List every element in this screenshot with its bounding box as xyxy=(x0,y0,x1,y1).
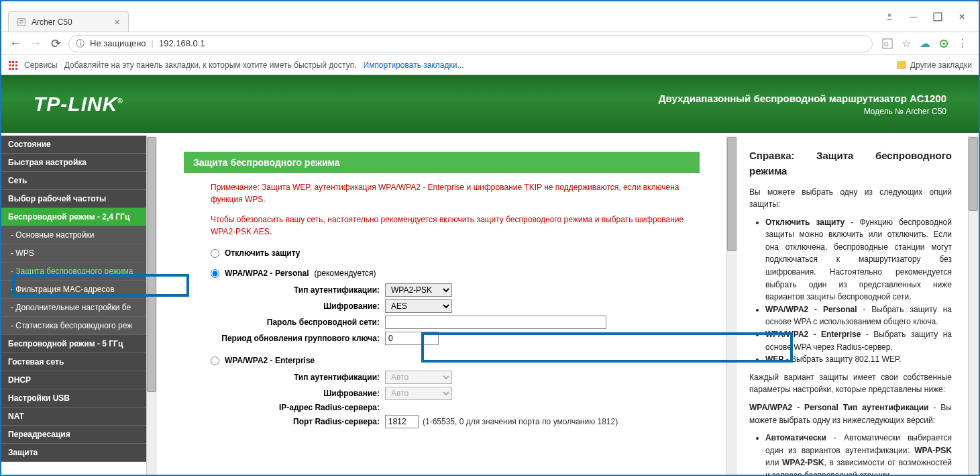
tab-close-icon[interactable]: × xyxy=(115,17,120,28)
auth2-select[interactable]: Авто xyxy=(385,371,452,384)
main-panel: Защита беспроводного режима Примечание: … xyxy=(157,136,737,475)
panel-title: Защита беспроводного режима xyxy=(184,152,700,173)
password-input[interactable] xyxy=(385,316,606,329)
sidebar-item-13[interactable]: DHCP xyxy=(1,371,146,389)
user-icon[interactable] xyxy=(885,12,894,21)
logo: TP-LINK® xyxy=(34,93,123,115)
forward-button[interactable]: → xyxy=(28,36,43,50)
radio-enterprise-label: WPA/WPA2 - Enterprise xyxy=(225,356,315,365)
svg-point-1 xyxy=(888,13,891,17)
sidebar-item-1[interactable]: Быстрая настройка xyxy=(1,154,146,172)
bookmarks-bar: Сервисы Добавляйте на эту панель закладк… xyxy=(1,55,979,75)
radio-personal-rec: (рекомендуется) xyxy=(315,269,376,278)
radio-personal-label: WPA/WPA2 - Personal xyxy=(225,269,309,278)
sidebar-scrollbar[interactable] xyxy=(146,136,157,475)
radius-ip-label: IP-адрес Radius-сервера: xyxy=(211,403,385,412)
sidebar-item-16[interactable]: Переадресация xyxy=(1,426,146,444)
back-button[interactable]: ← xyxy=(8,36,23,50)
help-item-wep: WEP - Выбрать защиту 802.11 WEP. xyxy=(765,353,952,366)
help-p3: WPA/WPA2 - Personal Тип аутентификации -… xyxy=(749,401,952,426)
sidebar-item-10[interactable]: - Статистика беспроводного реж xyxy=(1,317,146,335)
groupkey-input[interactable] xyxy=(385,332,439,345)
sidebar: СостояниеБыстрая настройкаСетьВыбор рабо… xyxy=(1,136,157,475)
help-item-personal: WPA/WPA2 - Personal - Выбрать защиту на … xyxy=(765,303,952,328)
help-item-enterprise: WPA/WPA2 - Enterprise - Выбрать защиту н… xyxy=(765,328,952,353)
groupkey-label: Период обновления группового ключа: xyxy=(211,334,385,343)
sidebar-item-6[interactable]: - WPS xyxy=(1,244,146,263)
help-p2: Каждый вариант защиты имеет свои собстве… xyxy=(749,371,952,396)
radius-port-label: Порт Radius-сервера: xyxy=(211,417,385,426)
radius-port-input[interactable] xyxy=(385,415,419,428)
browser-tab[interactable]: Archer C50 × xyxy=(8,11,129,32)
radio-disable[interactable] xyxy=(211,249,219,258)
sidebar-item-0[interactable]: Состояние xyxy=(1,136,146,154)
cipher2-label: Шифрование: xyxy=(211,389,385,398)
url-text: 192.168.0.1 xyxy=(159,38,205,48)
sidebar-item-12[interactable]: Гостевая сеть xyxy=(1,353,146,371)
menu-icon[interactable]: ⋮ xyxy=(957,38,968,49)
auth2-label: Тип аутентификации: xyxy=(211,373,385,382)
sidebar-item-4[interactable]: Беспроводной режим - 2,4 ГГц xyxy=(1,208,146,226)
product-title: Двухдиапазонный беспроводной маршрутизат… xyxy=(659,93,946,104)
radio-personal[interactable] xyxy=(211,269,219,278)
import-bookmarks-link[interactable]: Импортировать закладки... xyxy=(364,60,464,70)
sidebar-item-15[interactable]: NAT xyxy=(1,408,146,426)
radio-enterprise[interactable] xyxy=(211,356,219,365)
other-bookmarks[interactable]: Другие закладки xyxy=(910,60,972,70)
apps-label[interactable]: Сервисы xyxy=(24,60,58,70)
address-bar: ← → ⟳ ⓘ Не защищено | 192.168.0.1 G ☆ ☁ … xyxy=(1,32,979,55)
svg-text:G: G xyxy=(884,41,889,48)
help-item-auto: Автоматически - Автоматически выбирается… xyxy=(765,432,952,475)
cipher2-select[interactable]: Авто xyxy=(385,387,452,400)
sidebar-item-14[interactable]: Настройки USB xyxy=(1,389,146,408)
help-p1: Вы можете выбрать одну из следующих опци… xyxy=(749,186,952,211)
translate-icon[interactable]: G xyxy=(882,38,893,49)
minimize-icon[interactable]: — xyxy=(909,12,918,21)
maximize-icon[interactable] xyxy=(933,12,942,21)
svg-rect-2 xyxy=(934,13,942,21)
password-label: Пароль беспроводной сети: xyxy=(211,318,385,327)
sidebar-item-2[interactable]: Сеть xyxy=(1,172,146,190)
sidebar-item-17[interactable]: Защита xyxy=(1,444,146,462)
router-header: TP-LINK® Двухдиапазонный беспроводной ма… xyxy=(1,75,979,133)
bookmark-hint: Добавляйте на эту панель закладки, к кот… xyxy=(64,60,357,70)
auth-label: Тип аутентификации: xyxy=(211,285,385,295)
product-model: Модель № Archer C50 xyxy=(659,107,946,116)
svg-point-6 xyxy=(942,42,945,45)
folder-icon xyxy=(897,61,906,69)
tab-title: Archer C50 xyxy=(32,17,72,27)
sidebar-item-5[interactable]: - Основные настройки xyxy=(1,226,146,244)
main-scrollbar[interactable] xyxy=(726,136,737,475)
help-item-disable: Отключить защиту - Функцию беспроводной … xyxy=(765,216,952,303)
extension-cloud-icon[interactable]: ☁ xyxy=(920,38,930,49)
extension-circle-icon[interactable] xyxy=(938,38,949,49)
sidebar-item-3[interactable]: Выбор рабочей частоты xyxy=(1,190,146,208)
security-label: Не защищено xyxy=(90,38,146,48)
help-scrollbar[interactable] xyxy=(968,136,979,475)
help-panel: Справка: Защита беспроводного режима Вы … xyxy=(737,136,979,475)
radius-port-hint: (1-65535, 0 для значения порта по умолча… xyxy=(423,417,618,426)
note-1: Примечание: Защита WEP, аутентификация W… xyxy=(211,181,700,205)
close-icon[interactable]: ✕ xyxy=(957,12,967,21)
sidebar-item-9[interactable]: - Дополнительные настройки бе xyxy=(1,299,146,317)
auth-select[interactable]: WPA2-PSK xyxy=(385,283,452,297)
window-titlebar: Archer C50 × — ✕ xyxy=(1,1,979,32)
info-icon[interactable]: ⓘ xyxy=(76,38,85,50)
cipher-select[interactable]: AES xyxy=(385,299,452,313)
star-icon[interactable]: ☆ xyxy=(901,38,912,49)
url-input[interactable]: ⓘ Не защищено | 192.168.0.1 xyxy=(68,35,873,52)
apps-icon[interactable] xyxy=(8,60,17,70)
cipher-label: Шифрование: xyxy=(211,301,385,311)
radio-disable-label: Отключить защиту xyxy=(225,248,301,258)
note-2: Чтобы обезопасить вашу сеть, настоятельн… xyxy=(211,213,700,238)
page-icon xyxy=(17,17,26,27)
reload-button[interactable]: ⟳ xyxy=(48,36,63,51)
sidebar-item-11[interactable]: Беспроводной режим - 5 ГГц xyxy=(1,335,146,353)
help-title: Справка: Защита беспроводного режима xyxy=(749,148,952,179)
sidebar-item-8[interactable]: - Фильтрация MAC-адресов xyxy=(1,281,146,299)
sidebar-item-7[interactable]: - Защита беспроводного режима xyxy=(1,263,146,281)
